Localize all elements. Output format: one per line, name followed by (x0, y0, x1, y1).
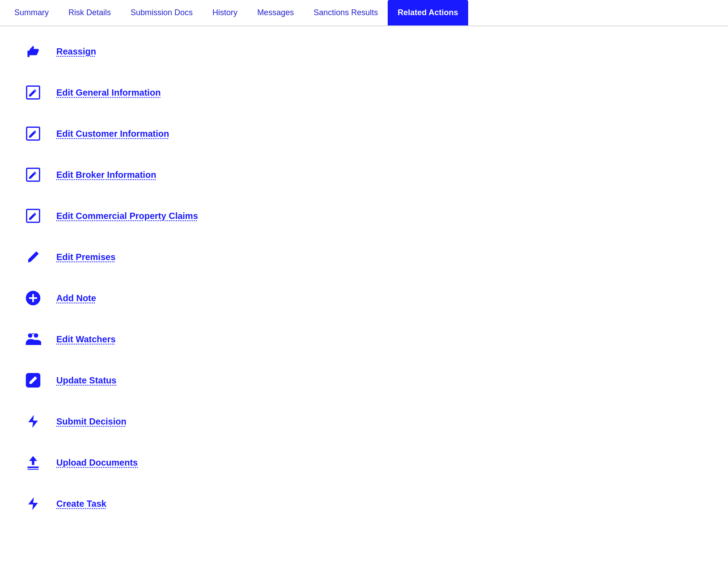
action-label-add-note: Add Note (56, 293, 96, 303)
action-item-edit-watchers[interactable]: Edit Watchers (18, 319, 710, 360)
tab-submission-docs[interactable]: Submission Docs (121, 0, 203, 25)
action-item-reassign[interactable]: Reassign (18, 31, 710, 72)
action-label-reassign: Reassign (56, 46, 96, 57)
action-label-update-status: Update Status (56, 375, 116, 386)
action-item-edit-general-info[interactable]: Edit General Information (18, 72, 710, 113)
svg-rect-9 (32, 333, 35, 334)
action-label-submit-decision: Submit Decision (56, 416, 127, 427)
action-label-edit-premises: Edit Premises (56, 252, 115, 262)
tab-sanctions-results[interactable]: Sanctions Results (304, 0, 388, 25)
edit-box-icon (22, 82, 44, 103)
tab-messages[interactable]: Messages (247, 0, 304, 25)
action-label-edit-watchers: Edit Watchers (56, 334, 116, 345)
tab-risk-details[interactable]: Risk Details (59, 0, 121, 25)
edit-box-icon (22, 164, 44, 185)
action-label-edit-commercial-property: Edit Commercial Property Claims (56, 211, 198, 221)
action-item-edit-broker-info[interactable]: Edit Broker Information (18, 154, 710, 195)
action-label-create-task: Create Task (56, 499, 106, 509)
tab-related-actions[interactable]: Related Actions (388, 0, 468, 25)
pencil-icon (22, 246, 44, 268)
svg-rect-6 (29, 297, 37, 299)
action-item-update-status[interactable]: Update Status (18, 360, 710, 401)
navigation-tabs: SummaryRisk DetailsSubmission DocsHistor… (0, 0, 728, 26)
action-label-edit-customer-info: Edit Customer Information (56, 129, 169, 139)
svg-rect-11 (27, 467, 38, 468)
svg-point-7 (28, 333, 33, 338)
action-list: Reassign Edit General Information Edit C… (0, 26, 728, 529)
thumbs-up-icon (22, 41, 44, 62)
action-item-submit-decision[interactable]: Submit Decision (18, 401, 710, 442)
svg-rect-12 (27, 469, 38, 470)
edit-box-icon (22, 123, 44, 144)
action-item-edit-commercial-property[interactable]: Edit Commercial Property Claims (18, 195, 710, 236)
action-item-create-task[interactable]: Create Task (18, 483, 710, 524)
action-item-upload-documents[interactable]: Upload Documents (18, 442, 710, 483)
action-item-add-note[interactable]: Add Note (18, 278, 710, 319)
circle-plus-icon (22, 287, 44, 309)
svg-point-8 (34, 333, 38, 338)
action-item-edit-premises[interactable]: Edit Premises (18, 236, 710, 278)
bolt-icon (22, 493, 44, 514)
tab-summary[interactable]: Summary (4, 0, 59, 25)
action-label-edit-broker-info: Edit Broker Information (56, 170, 156, 180)
edit-rounded-icon (22, 370, 44, 391)
tab-history[interactable]: History (203, 0, 247, 25)
bolt-icon (22, 411, 44, 432)
watchers-icon (22, 328, 44, 350)
upload-icon (22, 452, 44, 473)
action-label-edit-general-info: Edit General Information (56, 88, 161, 98)
action-item-edit-customer-info[interactable]: Edit Customer Information (18, 113, 710, 154)
action-label-upload-documents: Upload Documents (56, 458, 138, 468)
edit-box-icon (22, 205, 44, 227)
